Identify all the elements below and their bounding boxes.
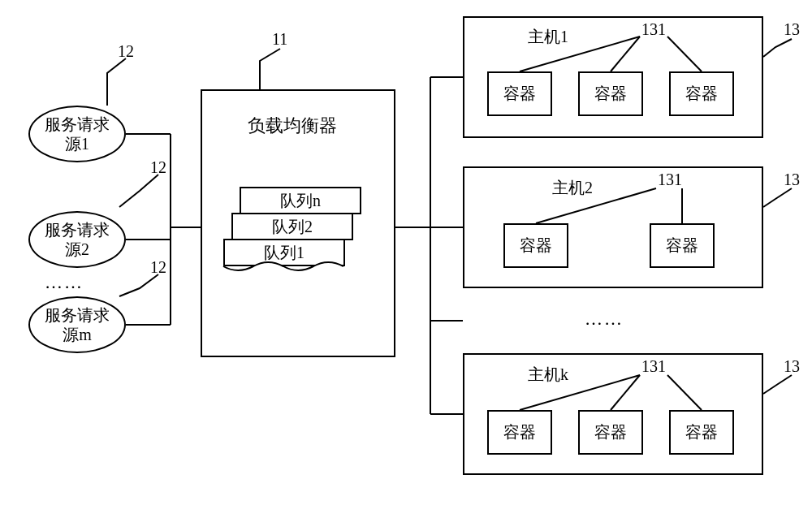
- queue-2: 队列2: [231, 213, 353, 240]
- host2-container-1: 容器: [503, 223, 568, 268]
- source-2-text: 服务请求 源2: [45, 220, 110, 259]
- queue-n: 队列n: [240, 187, 361, 214]
- queue-1-label: 队列1: [264, 242, 304, 264]
- host1-container-3: 容器: [669, 71, 734, 116]
- hostk-c3-text: 容器: [685, 421, 718, 443]
- hostk-c2-text: 容器: [594, 421, 627, 443]
- host2-c1-text: 容器: [520, 235, 552, 257]
- host1-c2-text: 容器: [594, 83, 627, 105]
- load-balancer-title: 负载均衡器: [248, 114, 337, 138]
- hostk-c1-text: 容器: [503, 421, 536, 443]
- host2-c2-text: 容器: [666, 235, 698, 257]
- num-12-b: 12: [150, 158, 166, 177]
- host1-c1-text: 容器: [503, 83, 536, 105]
- source-m-ellipse: 服务请求 源m: [28, 296, 126, 353]
- num-13-host1: 13: [784, 20, 800, 39]
- host1-container-2: 容器: [578, 71, 643, 116]
- hostk-container-1: 容器: [487, 410, 552, 455]
- num-12-c: 12: [150, 258, 166, 277]
- queue-2-label: 队列2: [272, 216, 313, 238]
- host-k-title: 主机k: [528, 364, 568, 386]
- queue-1: 队列1: [223, 239, 345, 266]
- queue-n-label: 队列n: [280, 190, 321, 212]
- host1-c3-text: 容器: [685, 83, 718, 105]
- source-dots: ……: [45, 272, 84, 293]
- host2-container-2: 容器: [650, 223, 715, 268]
- num-12-a: 12: [118, 42, 134, 61]
- source-1-ellipse: 服务请求 源1: [28, 106, 126, 162]
- num-131-hostk: 131: [641, 357, 666, 376]
- host-1-title: 主机1: [528, 26, 568, 48]
- hostk-container-2: 容器: [578, 410, 643, 455]
- num-11: 11: [272, 30, 287, 49]
- source-1-text: 服务请求 源1: [45, 114, 110, 153]
- host-dots: ……: [585, 309, 624, 330]
- hostk-container-3: 容器: [669, 410, 734, 455]
- num-131-host2: 131: [658, 170, 682, 189]
- host-2-title: 主机2: [552, 177, 593, 199]
- host1-container-1: 容器: [487, 71, 552, 116]
- num-13-host2: 13: [784, 170, 800, 189]
- num-13-hostk: 13: [784, 357, 800, 376]
- source-m-text: 服务请求 源m: [45, 305, 110, 344]
- num-131-host1: 131: [641, 20, 666, 39]
- source-2-ellipse: 服务请求 源2: [28, 211, 126, 268]
